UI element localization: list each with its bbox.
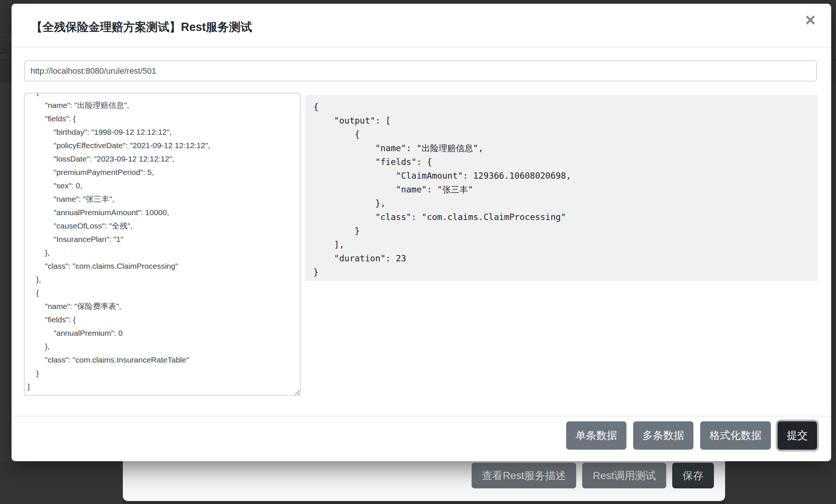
rest-call-test-button[interactable]: Rest调用测试 [582, 463, 666, 488]
close-icon[interactable]: × [805, 11, 816, 29]
service-url-input[interactable] [24, 60, 817, 82]
submit-button[interactable]: 提交 [778, 421, 817, 450]
multi-data-button[interactable]: 多条数据 [633, 421, 693, 450]
background-dialog-footer: 查看Rest服务描述 Rest调用测试 保存 [472, 463, 714, 488]
modal-footer: 单条数据 多条数据 格式化数据 提交 [566, 421, 817, 450]
response-json-panel: { "output": [ { "name": "出险理赔信息", "field… [305, 95, 818, 281]
save-button[interactable]: 保存 [672, 463, 714, 488]
footer-divider [12, 416, 831, 417]
view-rest-description-button[interactable]: 查看Rest服务描述 [472, 463, 577, 488]
rest-service-test-modal: 【全残保险金理赔方案测试】Rest服务测试 × [ { "name": "出险理… [12, 4, 831, 461]
background-dialog-shadow [123, 501, 725, 504]
single-data-button[interactable]: 单条数据 [566, 421, 626, 450]
header-divider [12, 47, 831, 48]
request-json-textarea[interactable]: [ { "name": "出险理赔信息", "fields": { "birth… [24, 93, 301, 396]
format-data-button[interactable]: 格式化数据 [700, 421, 771, 450]
modal-title: 【全残保险金理赔方案测试】Rest服务测试 [31, 19, 252, 35]
background-dialog: 查看Rest服务描述 Rest调用测试 保存 [123, 461, 725, 501]
